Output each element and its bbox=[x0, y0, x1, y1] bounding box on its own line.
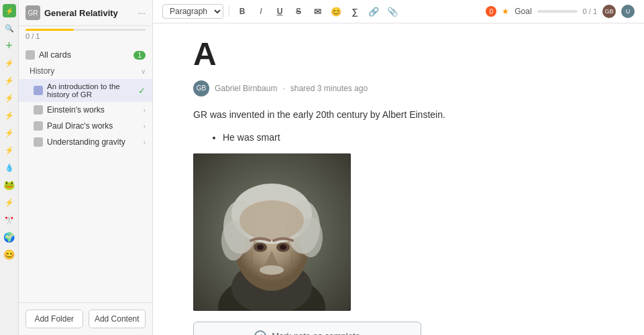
formula-button[interactable]: ∑ bbox=[347, 4, 362, 19]
complete-circle-icon: ✓ bbox=[254, 330, 266, 335]
flag-icon[interactable]: 🎌 bbox=[3, 213, 16, 226]
check-icon: ✓ bbox=[138, 86, 146, 96]
goal-label: Goal bbox=[515, 7, 531, 16]
attachment-button[interactable]: 📎 bbox=[385, 4, 400, 19]
sidebar-item-label: An introduction to the history of GR bbox=[47, 82, 134, 98]
content-area: A GB Gabriel Birnbaum · shared 3 minutes… bbox=[153, 23, 644, 335]
sidebar-item-intro[interactable]: An introduction to the history of GR ✓ bbox=[19, 79, 152, 102]
italic-button[interactable]: I bbox=[254, 4, 268, 19]
face-icon[interactable]: 😊 bbox=[3, 248, 16, 261]
sidebar-item-label: Understanding gravity bbox=[47, 137, 125, 147]
progress-row: 0 / 1 bbox=[19, 26, 152, 44]
drop-icon[interactable]: 💧 bbox=[3, 161, 16, 174]
mark-complete-button[interactable]: ✓ Mark note as complete bbox=[193, 322, 421, 335]
icon-bar: ⚡ 🔍 + ⚡ ⚡ ⚡ ⚡ ⚡ ⚡ 💧 🐸 ⚡ 🎌 🌍 😊 bbox=[0, 0, 19, 335]
shared-time: shared 3 minutes ago bbox=[290, 84, 368, 93]
frog-icon[interactable]: 🐸 bbox=[3, 178, 16, 192]
app-logo-icon: ⚡ bbox=[3, 4, 16, 17]
add-folder-button[interactable]: Add Folder bbox=[25, 310, 83, 328]
sidebar-item-label: Einstein's works bbox=[47, 105, 105, 115]
globe-icon[interactable]: 🌍 bbox=[3, 230, 16, 244]
all-cards-badge: 1 bbox=[133, 51, 146, 60]
search-icon[interactable]: 🔍 bbox=[3, 21, 16, 35]
strikethrough-button[interactable]: S bbox=[291, 4, 306, 19]
author-name: Gabriel Birnbaum bbox=[215, 84, 277, 93]
underline-button[interactable]: U bbox=[272, 4, 287, 19]
svg-point-10 bbox=[239, 200, 304, 241]
bolt-icon-5[interactable]: ⚡ bbox=[3, 126, 16, 139]
bolt-icon-2[interactable]: ⚡ bbox=[3, 74, 16, 87]
sidebar-item-understanding-gravity[interactable]: Understanding gravity › bbox=[19, 134, 152, 150]
author-separator: · bbox=[282, 84, 284, 93]
toolbar-separator-1 bbox=[229, 6, 229, 17]
progress-label: 0 / 1 bbox=[25, 32, 40, 40]
content-bullet: He was smart bbox=[223, 130, 604, 145]
sidebar-item-label: History bbox=[30, 66, 54, 76]
emoji-button[interactable]: 😊 bbox=[329, 4, 343, 19]
sidebar-item-paul-diracs-works[interactable]: Paul Dirac's works › bbox=[19, 118, 152, 134]
nav-arrow-icon: › bbox=[144, 123, 146, 130]
bold-button[interactable]: B bbox=[235, 4, 250, 19]
paragraph-dropdown[interactable]: Paragraph bbox=[162, 4, 223, 19]
sidebar-item-label: All cards bbox=[39, 50, 71, 60]
toolbar-avatar-1: GB bbox=[602, 5, 616, 18]
add-content-button[interactable]: Add Content bbox=[89, 310, 146, 328]
add-icon[interactable]: + bbox=[3, 39, 16, 52]
toolbar: Paragraph B I U S ✉ 😊 ∑ 🔗 📎 0 ★ Goal 0 /… bbox=[153, 0, 644, 23]
link-button[interactable]: 🔗 bbox=[366, 4, 381, 19]
sidebar-avatar: GR bbox=[25, 5, 40, 20]
einstein-image bbox=[193, 153, 351, 311]
sidebar-item-all-cards[interactable]: All cards 1 bbox=[19, 47, 152, 63]
author-row: GB Gabriel Birnbaum · shared 3 minutes a… bbox=[193, 80, 604, 96]
cards-icon bbox=[25, 50, 35, 60]
sidebar-menu-button[interactable]: ··· bbox=[138, 7, 146, 18]
svg-point-13 bbox=[257, 245, 264, 250]
sidebar-header: GR General Relativity ··· bbox=[19, 0, 152, 26]
goal-badge: 0 bbox=[486, 6, 496, 17]
toolbar-avatar-2: U bbox=[621, 5, 635, 18]
bolt-icon-6[interactable]: ⚡ bbox=[3, 143, 16, 157]
progress-bar-fill bbox=[25, 29, 74, 31]
sidebar-item-einsteins-works[interactable]: Einstein's works › bbox=[19, 102, 152, 118]
svg-point-15 bbox=[260, 265, 284, 275]
content-body: GR was invented in the early 20th centur… bbox=[193, 107, 604, 122]
gravity-icon bbox=[34, 137, 43, 147]
sidebar-footer: Add Folder Add Content bbox=[19, 302, 152, 335]
sidebar-nav: All cards 1 History ∨ An introduction to… bbox=[19, 44, 152, 302]
toolbar-right: 0 ★ Goal 0 / 1 GB U bbox=[486, 5, 635, 18]
intro-icon bbox=[34, 86, 43, 95]
collapse-arrow-icon: ∨ bbox=[141, 68, 146, 75]
bolt-icon-3[interactable]: ⚡ bbox=[3, 91, 16, 105]
sidebar-item-history[interactable]: History ∨ bbox=[19, 63, 152, 79]
mark-complete-label: Mark note as complete bbox=[272, 331, 360, 335]
bolt-icon-1[interactable]: ⚡ bbox=[3, 56, 16, 70]
progress-bar-track bbox=[25, 29, 146, 31]
email-button[interactable]: ✉ bbox=[310, 4, 325, 19]
goal-star-icon: ★ bbox=[502, 7, 509, 16]
svg-point-14 bbox=[280, 245, 286, 250]
diracs-icon bbox=[34, 121, 43, 131]
bolt-icon-7[interactable]: ⚡ bbox=[3, 196, 16, 209]
content-title[interactable]: A bbox=[193, 37, 604, 72]
goal-count: 0 / 1 bbox=[583, 7, 597, 15]
goal-progress-track bbox=[537, 10, 578, 13]
sidebar-title: General Relativity bbox=[44, 8, 133, 18]
nav-arrow-icon: › bbox=[144, 139, 146, 146]
nav-arrow-icon: › bbox=[144, 107, 146, 114]
einsteins-icon bbox=[34, 105, 43, 115]
bolt-icon-4[interactable]: ⚡ bbox=[3, 109, 16, 122]
sidebar: GR General Relativity ··· 0 / 1 All card… bbox=[19, 0, 153, 335]
author-avatar: GB bbox=[193, 80, 209, 96]
main-area: Paragraph B I U S ✉ 😊 ∑ 🔗 📎 0 ★ Goal 0 /… bbox=[153, 0, 644, 335]
sidebar-item-label: Paul Dirac's works bbox=[47, 121, 113, 131]
